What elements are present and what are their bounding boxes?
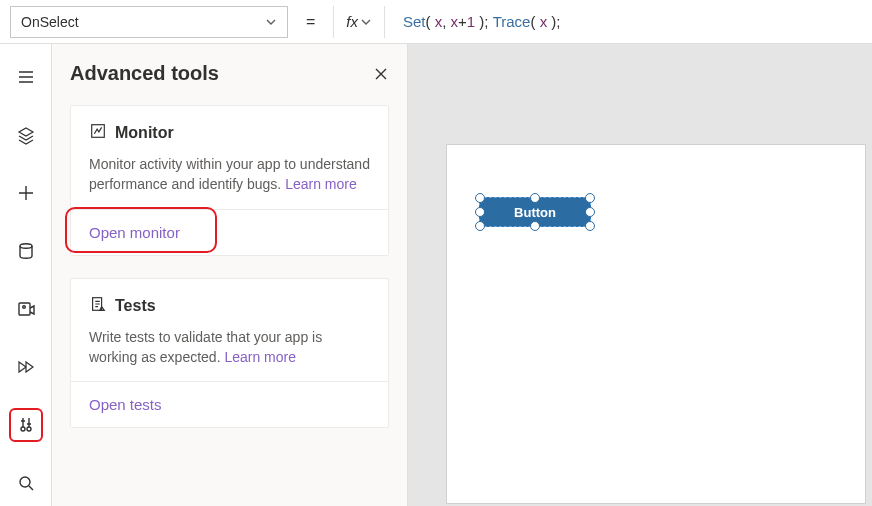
resize-handle[interactable] (585, 193, 595, 203)
resize-handle[interactable] (530, 221, 540, 231)
panel-title: Advanced tools (70, 62, 219, 85)
left-rail (0, 44, 52, 506)
search-icon (16, 473, 36, 493)
chevron-down-icon (360, 16, 372, 28)
resize-handle[interactable] (585, 221, 595, 231)
formula-bar: OnSelect = fx Set( x, x+1 ); Trace( x ); (0, 0, 872, 44)
rail-menu[interactable] (9, 60, 43, 94)
card-action-monitor[interactable]: Open monitor (71, 209, 388, 255)
formula-token: x (540, 13, 552, 30)
card-title: Tests (115, 297, 156, 315)
button-label: Button (514, 205, 556, 220)
formula-token: x (435, 13, 443, 30)
media-icon (16, 299, 36, 319)
formula-token: ); (551, 13, 560, 30)
tests-icon (89, 295, 107, 317)
formula-token: , (442, 13, 450, 30)
learn-more-link[interactable]: Learn more (224, 349, 296, 365)
formula-token: ); (479, 13, 492, 30)
rail-media[interactable] (9, 292, 43, 326)
resize-handle[interactable] (475, 221, 485, 231)
formula-token: ( (426, 13, 435, 30)
formula-token: Trace (493, 13, 531, 30)
app-screen[interactable]: Button (446, 144, 866, 504)
rail-power-automate[interactable] (9, 350, 43, 384)
formula-token: 1 (467, 13, 480, 30)
plus-icon (16, 183, 36, 203)
resize-handle[interactable] (475, 207, 485, 217)
chevron-down-icon (265, 16, 277, 28)
learn-more-link[interactable]: Learn more (285, 176, 357, 192)
tool-card-monitor: MonitorMonitor activity within your app … (70, 105, 389, 256)
svg-point-3 (21, 427, 25, 431)
button-control[interactable]: Button (479, 197, 591, 227)
layers-icon (16, 125, 36, 145)
formula-token: x (451, 13, 459, 30)
resize-handle[interactable] (585, 207, 595, 217)
property-selector-value: OnSelect (21, 14, 79, 30)
card-title: Monitor (115, 124, 174, 142)
tools-icon (16, 415, 36, 435)
svg-point-2 (22, 306, 25, 309)
card-description: Write tests to validate that your app is… (89, 327, 370, 368)
property-selector[interactable]: OnSelect (10, 6, 288, 38)
rail-insert[interactable] (9, 176, 43, 210)
card-action-tests[interactable]: Open tests (71, 381, 388, 427)
tool-card-tests: TestsWrite tests to validate that your a… (70, 278, 389, 429)
canvas-area[interactable]: Button (408, 44, 872, 506)
monitor-icon (89, 122, 107, 144)
rail-search[interactable] (9, 466, 43, 500)
svg-rect-1 (19, 303, 30, 315)
resize-handle[interactable] (475, 193, 485, 203)
formula-token: Set (403, 13, 426, 30)
hamburger-icon (16, 67, 36, 87)
resize-handle[interactable] (530, 193, 540, 203)
rail-tree-view[interactable] (9, 118, 43, 152)
card-description: Monitor activity within your app to unde… (89, 154, 370, 195)
rail-advanced-tools[interactable] (9, 408, 43, 442)
advanced-tools-panel: Advanced tools MonitorMonitor activity w… (52, 44, 408, 506)
database-icon (16, 241, 36, 261)
formula-token: ( (530, 13, 539, 30)
rail-data[interactable] (9, 234, 43, 268)
fx-button[interactable]: fx (333, 6, 385, 38)
svg-point-4 (27, 427, 31, 431)
fx-label: fx (346, 13, 358, 30)
formula-input[interactable]: Set( x, x+1 ); Trace( x ); (393, 13, 560, 30)
svg-point-5 (20, 477, 30, 487)
flow-icon (16, 357, 36, 377)
close-icon[interactable] (373, 66, 389, 82)
formula-token: + (458, 13, 467, 30)
svg-point-0 (20, 244, 32, 248)
equals-label: = (296, 13, 325, 31)
